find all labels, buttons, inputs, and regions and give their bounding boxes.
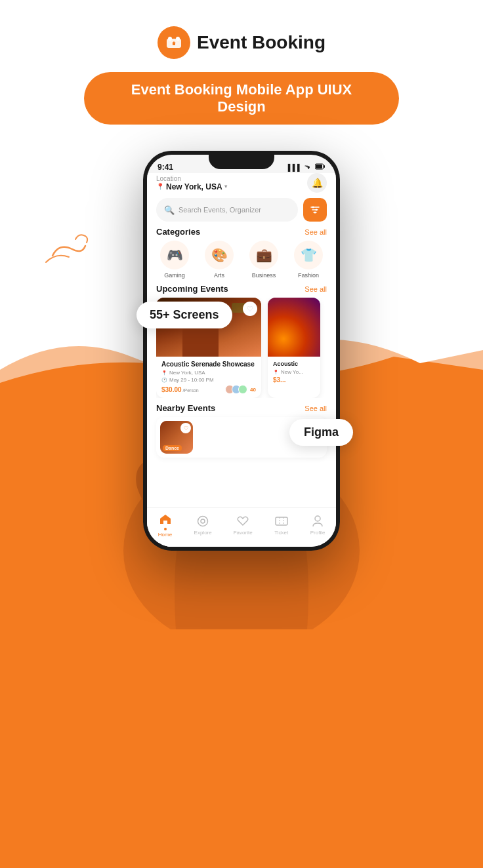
attendee-count: 40 <box>250 387 256 393</box>
profile-label: Profile <box>310 530 326 536</box>
business-label: Business <box>252 272 276 279</box>
phone-frame: 9:41 ▌▌▌ <box>143 151 340 551</box>
location-city: New York, USA <box>166 182 222 191</box>
arts-icon: 🎨 <box>205 241 234 269</box>
explore-icon <box>196 514 210 528</box>
header: Event Booking Event Booking Mobile App U… <box>0 0 483 138</box>
event-location-1: 📍 New York, USA <box>161 370 256 376</box>
event-location-2: 📍 New Yo... <box>273 369 315 375</box>
avatar-3 <box>238 385 247 394</box>
filter-button[interactable] <box>303 198 327 222</box>
location-pin-icon: 📍 <box>156 183 164 190</box>
arts-label: Arts <box>214 272 224 279</box>
upcoming-title: Upcoming Events <box>156 284 228 294</box>
bottom-nav: Home Explore <box>147 507 336 547</box>
wifi-icon <box>304 163 312 171</box>
fashion-icon: 👕 <box>294 241 323 269</box>
battery-icon <box>315 163 326 171</box>
page-container: Event Booking Event Booking Mobile App U… <box>0 0 483 868</box>
gaming-icon: 🎮 <box>160 241 189 269</box>
svg-point-11 <box>316 209 318 211</box>
notification-button[interactable]: 🔔 <box>307 173 327 193</box>
nav-favorite[interactable]: Favorite <box>234 514 253 536</box>
phone-screen: 9:41 ▌▌▌ <box>147 155 336 547</box>
home-label: Home <box>158 532 172 538</box>
svg-rect-15 <box>276 517 287 525</box>
nav-home[interactable]: Home <box>158 512 173 538</box>
profile-icon <box>310 514 325 528</box>
event-price-2: $3... <box>273 376 315 384</box>
brand-title: Event Booking <box>197 32 326 53</box>
figma-badge-text: Figma <box>304 425 339 439</box>
nearby-image-1: ♡ Dance <box>160 421 193 454</box>
status-icons: ▌▌▌ <box>288 163 326 171</box>
content-layer: Event Booking Event Booking Mobile App U… <box>0 0 483 577</box>
screens-badge-text: 55+ Screens <box>150 308 219 321</box>
event-title-2-partial: Acoustic <box>273 361 315 367</box>
location-icon-2: 📍 <box>273 370 279 375</box>
attendees-1: 40 <box>225 385 256 394</box>
hero-banner: Event Booking Mobile App UIUX Design <box>84 72 399 125</box>
phone-notch <box>209 155 274 169</box>
svg-point-13 <box>198 517 208 526</box>
upcoming-header: Upcoming Events See all <box>156 284 327 294</box>
categories-header: Categories See all <box>156 227 327 237</box>
brand-name-part1: Event <box>197 32 247 52</box>
brand-name-part2: Booking <box>252 32 326 52</box>
favorite-button-1[interactable]: ♡ <box>243 302 257 316</box>
nav-explore[interactable]: Explore <box>194 514 212 536</box>
explore-label: Explore <box>194 530 212 536</box>
brand-row: Event Booking <box>158 26 326 59</box>
ticket-label: Ticket <box>274 530 288 536</box>
svg-rect-6 <box>324 165 325 168</box>
event-price-1: $30.00 /Person <box>161 386 199 393</box>
category-business[interactable]: 💼 Business <box>245 241 282 279</box>
upcoming-see-all[interactable]: See all <box>304 285 327 293</box>
event-info-1: Acoustic Serenade Showcase 📍 New York, U… <box>156 357 261 398</box>
nav-profile[interactable]: Profile <box>310 514 326 536</box>
search-box[interactable]: 🔍 Search Events, Organizer <box>156 198 298 222</box>
svg-point-16 <box>315 516 320 521</box>
search-placeholder: Search Events, Organizer <box>178 206 261 214</box>
location-chevron-icon: ▾ <box>224 184 227 189</box>
nearby-favorite-1[interactable]: ♡ <box>180 423 191 433</box>
hero-banner-text: Event Booking Mobile App UIUX Design <box>131 81 352 115</box>
location-label: Location <box>156 175 227 182</box>
event-info-2-partial: Acoustic 📍 New Yo... $3... <box>268 357 320 387</box>
categories-row: 🎮 Gaming 🎨 Arts 💼 Business <box>156 241 327 279</box>
location-value: 📍 New York, USA ▾ <box>156 182 227 191</box>
ticket-icon <box>274 514 289 528</box>
home-icon <box>158 512 173 526</box>
event-price-row-1: $30.00 /Person <box>161 385 256 394</box>
screens-badge: 55+ Screens <box>136 302 232 328</box>
category-arts[interactable]: 🎨 Arts <box>201 241 238 279</box>
location-row: Location 📍 New York, USA ▾ 🔔 <box>156 173 327 193</box>
svg-point-2 <box>176 37 180 41</box>
nearby-header: Nearby Events See all <box>156 403 327 413</box>
favorite-icon <box>236 514 250 528</box>
nav-ticket[interactable]: Ticket <box>274 514 289 536</box>
svg-point-10 <box>312 207 314 208</box>
doodle-decoration <box>39 229 92 269</box>
business-icon: 💼 <box>249 241 278 269</box>
event-image-2-partial <box>268 298 320 357</box>
home-dot <box>164 528 167 530</box>
categories-title: Categories <box>156 227 200 237</box>
location-icon-1: 📍 <box>161 370 167 376</box>
event-card-2-partial[interactable]: Acoustic 📍 New Yo... $3... <box>268 298 320 398</box>
phone-section: 9:41 ▌▌▌ <box>0 151 483 577</box>
svg-rect-5 <box>316 165 322 168</box>
svg-point-12 <box>314 212 316 214</box>
status-time: 9:41 <box>158 163 173 172</box>
svg-point-14 <box>201 519 205 523</box>
svg-point-1 <box>168 37 172 41</box>
figma-badge: Figma <box>289 419 353 446</box>
category-fashion[interactable]: 👕 Fashion <box>290 241 327 279</box>
nearby-title: Nearby Events <box>156 403 215 413</box>
fashion-label: Fashion <box>298 272 319 279</box>
app-content: Location 📍 New York, USA ▾ 🔔 <box>147 173 336 526</box>
search-row: 🔍 Search Events, Organizer <box>156 198 327 222</box>
nearby-see-all[interactable]: See all <box>304 404 327 412</box>
categories-see-all[interactable]: See all <box>304 228 327 236</box>
category-gaming[interactable]: 🎮 Gaming <box>156 241 193 279</box>
